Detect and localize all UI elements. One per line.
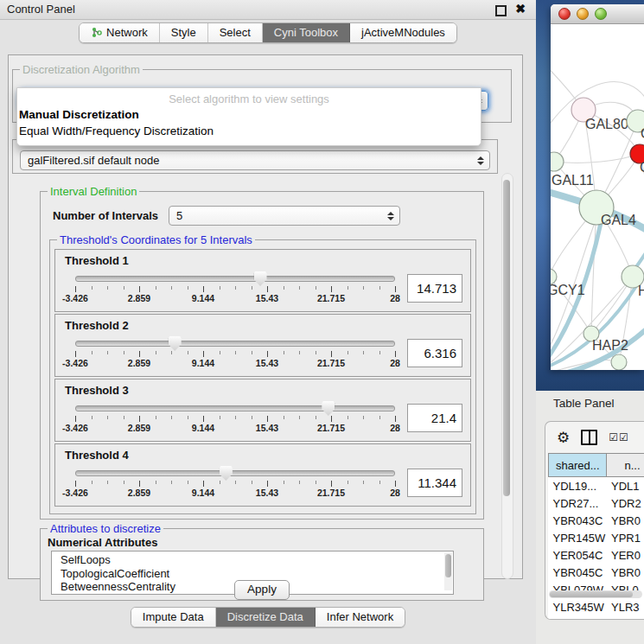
tick-mark <box>363 351 364 354</box>
zoom-traffic-light-icon[interactable] <box>595 8 607 20</box>
tick-mark <box>92 481 92 484</box>
tab-impute-data[interactable]: Impute Data <box>131 608 216 627</box>
table-row[interactable]: YBR043CYBR0 <box>549 512 644 529</box>
close-traffic-light-icon[interactable] <box>558 8 571 20</box>
threshold-value-input[interactable]: 14.713 <box>407 274 462 303</box>
panel-title: Control Panel <box>7 3 75 16</box>
combo-stepper-icon <box>476 156 484 165</box>
tick-label: 9.144 <box>192 423 214 433</box>
network-canvas[interactable]: GAL80GCGAL11GAL4GCY1HHAP2 <box>551 24 644 370</box>
cell-shared-name: YDR27... <box>549 494 607 512</box>
table-row[interactable]: YBR045CYBR0 <box>549 564 644 581</box>
threshold-value-input[interactable]: 6.316 <box>407 339 462 367</box>
slider-track <box>75 341 395 347</box>
tick-mark <box>124 481 124 484</box>
tick-mark <box>284 286 284 290</box>
algorithm-option-equal-width[interactable]: Equal Width/Frequency Discretization <box>17 123 481 139</box>
num-intervals-combobox[interactable]: 5 <box>169 206 400 226</box>
tick-mark <box>124 286 124 290</box>
tick-mark <box>379 286 380 290</box>
network-node-gal11[interactable] <box>551 152 564 171</box>
tick-mark <box>331 416 332 422</box>
panel-vertical-scrollbar[interactable] <box>501 173 513 579</box>
network-node[interactable] <box>611 354 627 370</box>
apply-button[interactable]: Apply <box>234 580 290 600</box>
tab-group: Impute DataDiscretize DataInfer Network <box>131 607 405 628</box>
tick-label: 2.859 <box>128 358 150 368</box>
num-intervals-label: Number of Intervals <box>53 209 158 222</box>
tab-style[interactable]: Style <box>160 23 208 42</box>
tick-mark <box>220 351 220 354</box>
tick-mark <box>139 481 140 487</box>
tab-label: Network <box>106 26 148 39</box>
tab-label: Select <box>220 26 251 39</box>
table-row[interactable]: YDR27...YDR2 <box>549 494 644 512</box>
node-label: HAP2 <box>592 338 628 353</box>
tick-mark <box>331 351 332 357</box>
list-item[interactable]: TopologicalCoefficient <box>61 567 453 581</box>
gear-icon[interactable]: ⚙ <box>557 430 570 445</box>
table-row[interactable]: YDL19...YDL1 <box>549 477 644 495</box>
slider-ticks <box>75 414 395 421</box>
tick-label: 28 <box>390 488 400 498</box>
tab-select[interactable]: Select <box>208 23 263 42</box>
float-window-icon[interactable] <box>495 5 507 16</box>
table-row[interactable]: YLR345WYLR3 <box>549 598 644 615</box>
checkbox-icons[interactable]: ☑☑ <box>609 431 629 443</box>
node-label: GCY1 <box>551 283 585 297</box>
threshold-slider-3[interactable]: -3.4262.8599.14415.4321.71528 <box>75 400 395 435</box>
table-horizontal-scrollbar[interactable] <box>549 590 642 598</box>
threshold-label: Threshold 3 <box>65 384 464 397</box>
table-data-combobox[interactable]: galFiltered.sif default node <box>20 150 490 170</box>
tick-mark <box>235 481 236 484</box>
right-panel: GAL80GCGAL11GAL4GCY1HHAP2 Table Panel ⚙ … <box>536 0 644 644</box>
tab-discretize-data[interactable]: Discretize Data <box>216 608 316 627</box>
network-edge[interactable] <box>554 154 640 163</box>
control-panel-titlebar: Control Panel ✖ <box>0 0 536 20</box>
table-row[interactable]: YIL052CYIL0 <box>549 615 644 620</box>
threshold-value-input[interactable]: 11.344 <box>407 469 462 497</box>
table-row[interactable]: YPR145WYPR1 <box>549 529 644 546</box>
tick-mark <box>235 286 236 290</box>
column-header-name[interactable]: n... <box>607 454 644 477</box>
tick-label: 28 <box>390 293 400 303</box>
network-window-titlebar <box>551 4 644 24</box>
tick-mark <box>139 286 140 292</box>
tick-mark <box>124 416 124 419</box>
tick-mark <box>284 416 284 419</box>
list-item[interactable]: SelfLoops <box>61 553 453 567</box>
tick-mark <box>156 416 156 419</box>
split-view-icon[interactable] <box>581 430 597 445</box>
tab-network[interactable]: Network <box>80 23 160 42</box>
node-label: C <box>640 160 644 175</box>
threshold-label: Threshold 2 <box>65 319 464 332</box>
slider-ticks <box>75 284 395 291</box>
cell-name: YPR1 <box>607 529 644 546</box>
cell-name: YLR3 <box>607 598 644 615</box>
tick-mark <box>363 416 364 419</box>
tick-mark <box>316 351 316 354</box>
tab-cyni-toolbox[interactable]: Cyni Toolbox <box>263 23 350 42</box>
column-header-shared-name[interactable]: shared... <box>549 454 607 477</box>
threshold-value-input[interactable]: 21.4 <box>407 404 462 432</box>
tick-mark <box>220 481 220 484</box>
interval-definition-group: Interval Definition Number of Intervals … <box>40 191 484 520</box>
table-row[interactable]: YER054CYER0 <box>549 546 644 564</box>
threshold-slider-2[interactable]: -3.4262.8599.14415.4321.71528 <box>75 335 395 370</box>
tick-label: 15.43 <box>256 423 278 433</box>
tick-mark <box>284 351 284 354</box>
list-scrollbar[interactable] <box>444 552 452 590</box>
minimize-traffic-light-icon[interactable] <box>577 8 589 20</box>
close-icon[interactable]: ✖ <box>515 2 526 16</box>
threshold-slider-1[interactable]: -3.4262.8599.14415.4321.71528 <box>75 271 395 305</box>
tick-mark <box>395 416 396 422</box>
tab-jactivemnodules[interactable]: jActiveMNodules <box>350 23 456 42</box>
cell-shared-name: YBR045C <box>549 564 607 581</box>
threshold-slider-4[interactable]: -3.4262.8599.14415.4321.71528 <box>75 465 395 500</box>
combo-stepper-icon <box>386 212 394 220</box>
cell-name: YIL0 <box>607 615 644 620</box>
cell-name: YBR0 <box>607 512 644 529</box>
tab-infer-network[interactable]: Infer Network <box>316 608 405 627</box>
tick-mark <box>92 416 92 419</box>
algorithm-option-manual[interactable]: Manual Discretization <box>17 106 481 123</box>
